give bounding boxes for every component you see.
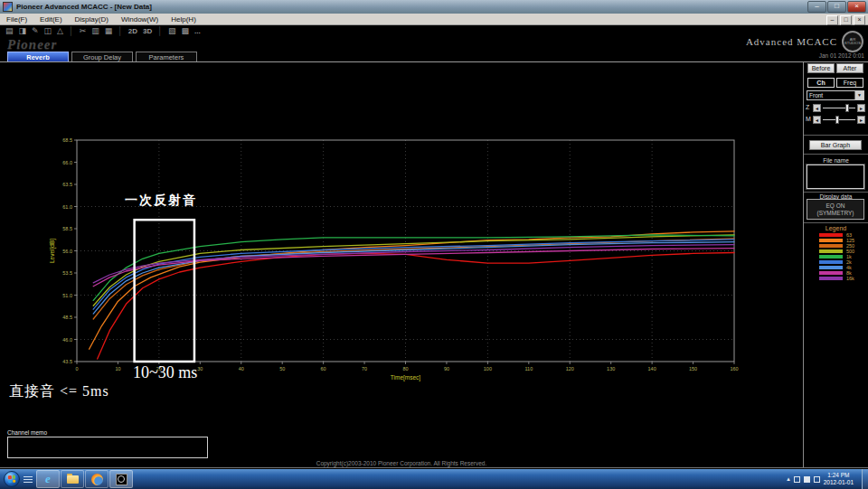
x-tick-label: 150 bbox=[689, 366, 697, 371]
channel-memo-label: Channel memo bbox=[7, 429, 47, 436]
menu-edit[interactable]: Edit(E) bbox=[33, 15, 68, 24]
z-slider-handle[interactable] bbox=[845, 104, 849, 112]
print-icon[interactable]: ◫ bbox=[44, 26, 52, 35]
tray-icon[interactable] bbox=[804, 476, 810, 483]
m-slider-row: M ◄ ► bbox=[806, 115, 867, 125]
x-tick-label: 120 bbox=[566, 366, 574, 371]
tray-icon[interactable] bbox=[794, 476, 800, 483]
series-4k bbox=[93, 242, 734, 314]
x-tick-label: 70 bbox=[362, 366, 367, 371]
internet-explorer-icon: e bbox=[45, 472, 51, 486]
firefox-icon bbox=[91, 474, 103, 485]
z-slider-label: Z bbox=[806, 104, 809, 110]
series-16k bbox=[93, 245, 734, 283]
save-file-icon[interactable]: ◨ bbox=[19, 26, 27, 35]
tab-reverb[interactable]: Reverb bbox=[7, 52, 69, 61]
before-button[interactable]: Before bbox=[807, 63, 835, 73]
z-slider-track[interactable] bbox=[823, 108, 855, 108]
clock-date: 2012-01-01 bbox=[824, 479, 854, 486]
maximize-button[interactable]: □ bbox=[827, 1, 846, 13]
y-tick-label: 43.5 bbox=[62, 359, 72, 364]
title-bar: Pioneer Advanced MCACC - [New Data] – □ … bbox=[0, 0, 868, 14]
x-tick-label: 10 bbox=[115, 366, 120, 371]
measure-icon[interactable]: △ bbox=[57, 26, 63, 35]
view-3d-button[interactable]: 3D bbox=[143, 27, 152, 35]
m-slider-label: M bbox=[806, 116, 811, 122]
tab-bar: ReverbGroup DelayParameters bbox=[7, 52, 197, 61]
open-file-icon[interactable]: ▤ bbox=[5, 26, 14, 35]
window-title: Pioneer Advanced MCACC - [New Data] bbox=[16, 3, 152, 11]
annotation-direct-sound: 直接音 <= 5ms bbox=[9, 382, 109, 401]
separator: │ bbox=[157, 26, 163, 35]
channel-memo-box[interactable] bbox=[7, 437, 208, 458]
close-button[interactable]: × bbox=[847, 1, 866, 13]
menu-file[interactable]: File(F) bbox=[0, 15, 33, 24]
app-icon bbox=[3, 2, 13, 12]
quick-launch-icon[interactable] bbox=[24, 474, 33, 484]
taskbar: e ▴ 1:24 PM 2012-01-01 bbox=[0, 469, 868, 489]
z-slider-left-arrow[interactable]: ◄ bbox=[813, 104, 821, 112]
menu-help[interactable]: Help(H) bbox=[165, 15, 203, 24]
paste-icon[interactable]: ▦ bbox=[105, 26, 113, 35]
m-slider-left-arrow[interactable]: ◄ bbox=[813, 116, 821, 124]
view-2d-button[interactable]: 2D bbox=[128, 27, 137, 35]
windows-logo-icon bbox=[8, 475, 16, 484]
minimize-button[interactable]: – bbox=[807, 1, 826, 13]
tray-icon[interactable] bbox=[814, 476, 820, 483]
hidden-icons-chevron[interactable]: ▴ bbox=[787, 475, 790, 483]
more-icon[interactable]: ... bbox=[194, 27, 201, 35]
file-name-label: File name bbox=[804, 157, 868, 164]
bar-graph-button[interactable]: Bar Graph bbox=[809, 140, 862, 150]
legend-swatch bbox=[819, 244, 843, 248]
m-slider-handle[interactable] bbox=[835, 116, 839, 124]
separator: │ bbox=[69, 26, 74, 35]
taskbar-firefox[interactable] bbox=[85, 470, 108, 488]
legend-text: 16k bbox=[846, 276, 854, 281]
air-studios-badge: AIR STUDIOS bbox=[842, 31, 863, 52]
menu-display[interactable]: Display(D) bbox=[69, 15, 115, 24]
chevron-down-icon[interactable]: ▼ bbox=[854, 91, 863, 99]
graph-icon[interactable]: ▧ bbox=[168, 26, 176, 35]
x-axis-title: Time[msec] bbox=[391, 374, 421, 381]
taskbar-mcacc-app[interactable] bbox=[109, 470, 133, 488]
y-tick-label: 51.0 bbox=[62, 293, 72, 298]
application-window: Pioneer Advanced MCACC - [New Data] – □ … bbox=[0, 0, 868, 489]
cut-icon[interactable]: ✂ bbox=[80, 26, 87, 35]
copy-icon[interactable]: ▥ bbox=[91, 26, 99, 35]
legend-swatch bbox=[819, 255, 843, 259]
menu-window[interactable]: Window(W) bbox=[115, 15, 165, 24]
m-slider-right-arrow[interactable]: ► bbox=[857, 116, 865, 124]
y-tick-label: 61.0 bbox=[62, 204, 72, 210]
y-tick-label: 48.5 bbox=[62, 315, 72, 320]
channel-select[interactable]: Front ▼ bbox=[807, 90, 864, 100]
start-button[interactable] bbox=[4, 471, 20, 487]
y-tick-label: 56.0 bbox=[62, 249, 72, 254]
mdi-minimize-button[interactable]: – bbox=[826, 15, 838, 25]
measurement-datetime: Jan 01 2012 0:01 bbox=[819, 52, 864, 59]
file-name-box bbox=[807, 165, 864, 189]
taskbar-internet-explorer[interactable]: e bbox=[36, 470, 60, 488]
taskbar-clock[interactable]: 1:24 PM 2012-01-01 bbox=[824, 472, 854, 486]
grid-icon[interactable]: ▩ bbox=[181, 26, 189, 35]
m-slider-track[interactable] bbox=[823, 119, 855, 120]
tab-group-delay[interactable]: Group Delay bbox=[71, 52, 133, 61]
taskbar-windows-explorer[interactable] bbox=[61, 470, 84, 488]
display-data-value: EQ ON (SYMMETRY) bbox=[807, 199, 864, 220]
freq-toggle-button[interactable]: Freq bbox=[836, 78, 863, 88]
ch-toggle-button[interactable]: Ch bbox=[807, 78, 835, 88]
legend-swatch bbox=[819, 249, 843, 253]
pen-icon[interactable]: ✎ bbox=[32, 26, 39, 35]
x-tick-label: 50 bbox=[279, 366, 285, 371]
mdi-close-button[interactable]: × bbox=[854, 15, 865, 25]
reverb-chart: 0102030405060708090100110120130140150160… bbox=[0, 61, 803, 468]
folder-icon bbox=[67, 475, 79, 484]
show-desktop-button[interactable] bbox=[862, 469, 868, 489]
x-tick-label: 60 bbox=[321, 366, 326, 371]
tab-parameters[interactable]: Parameters bbox=[136, 52, 197, 61]
z-slider-right-arrow[interactable]: ► bbox=[857, 104, 865, 112]
series-250 bbox=[93, 239, 734, 319]
x-tick-label: 30 bbox=[197, 366, 203, 371]
z-slider-row: Z ◄ ► bbox=[806, 103, 867, 113]
mdi-restore-button[interactable]: □ bbox=[840, 15, 852, 25]
after-button[interactable]: After bbox=[836, 63, 863, 73]
